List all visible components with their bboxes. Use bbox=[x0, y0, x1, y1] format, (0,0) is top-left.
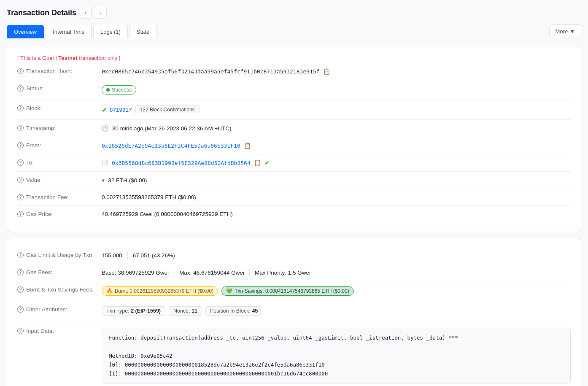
value-value: ♦ 32 ETH ($0.00) bbox=[102, 177, 571, 184]
tx-fee-label: ? Transaction Fee: bbox=[17, 194, 102, 200]
tabs-left: Overview Internal Txns Logs (1) State bbox=[7, 25, 156, 38]
tx-hash-value: 0xed0865c746c354935af56f32143daa99a5ef45… bbox=[102, 68, 571, 75]
verified-icon: ✔ bbox=[264, 159, 270, 166]
burnt-value: 🔥 Burnt: 0.002612959093265379 ETH ($0.00… bbox=[102, 286, 571, 296]
input-data-label: ? Input Data: bbox=[17, 326, 102, 334]
other-attr-label: ? Other Attributes: bbox=[17, 306, 102, 313]
chevron-down-icon: ▼ bbox=[569, 28, 575, 35]
help-icon-timestamp[interactable]: ? bbox=[17, 125, 24, 131]
tab-internal-txns[interactable]: Internal Txns bbox=[46, 25, 92, 38]
savings-badge: 💚 Txn Savings: 0.000416147546793865 ETH … bbox=[221, 286, 354, 296]
tab-state[interactable]: State bbox=[129, 25, 156, 38]
help-icon-input-data[interactable]: ? bbox=[17, 328, 24, 334]
help-icon-gas-price[interactable]: ? bbox=[17, 211, 24, 217]
help-icon-to[interactable]: ? bbox=[17, 159, 24, 166]
block-value: ✔ 8719817 122 Block Confirmations bbox=[102, 105, 571, 114]
fire-icon: 🔥 bbox=[106, 288, 113, 294]
value-row: ? Value: ♦ 32 ETH ($0.00) bbox=[17, 172, 571, 189]
to-row: ? To: 📄 0x3D5568dBc683B199Bef5E329Ae88d5… bbox=[17, 154, 571, 172]
gas-price-value: 40.469725929 Gwei (0.000000040469725929 … bbox=[102, 211, 571, 217]
from-address-link[interactable]: 0x18528dE7A2b94e13a6E2F2C4FE5Da6a86E331F… bbox=[102, 143, 240, 149]
confirmations-badge: 122 Block Confirmations bbox=[135, 105, 200, 114]
main-info-card: [ This is a Goerli Testnet transaction o… bbox=[7, 46, 581, 231]
savings-icon: 💚 bbox=[226, 288, 232, 294]
help-icon-burnt[interactable]: ? bbox=[17, 286, 24, 293]
page-title: Transaction Details bbox=[7, 8, 76, 17]
to-value: 📄 0x3D5568dBc683B199Bef5E329Ae88d52AfdDb… bbox=[102, 159, 571, 166]
help-icon-tx-fee[interactable]: ? bbox=[17, 194, 24, 200]
tx-hash-row: ? Transaction Hash: 0xed0865c746c354935a… bbox=[17, 63, 571, 80]
from-row: ? From: 0x18528dE7A2b94e13a6E2F2C4FE5Da6… bbox=[17, 137, 571, 154]
gas-fees-value: Base: 38.969725929 Gwei Max: 46.67615904… bbox=[102, 269, 571, 276]
status-badge: Success bbox=[102, 85, 136, 94]
help-icon-status[interactable]: ? bbox=[17, 85, 24, 92]
contract-icon: 📄 bbox=[102, 160, 108, 166]
gas-limit-value: 155,000 67,051 (43.26%) bbox=[102, 252, 571, 259]
nav-next-button[interactable]: › bbox=[95, 7, 107, 19]
gas-limit-row: ? Gas Limit & Usage by Txn: 155,000 67,0… bbox=[17, 247, 571, 264]
tx-hash-label: ? Transaction Hash: bbox=[17, 68, 102, 74]
separator bbox=[127, 252, 128, 259]
to-label: ? To: bbox=[17, 159, 102, 166]
value-label: ? Value: bbox=[17, 177, 102, 183]
txn-type-badge: Txn Type: 2 (EIP-1559) bbox=[102, 306, 165, 316]
tabs-bar: Overview Internal Txns Logs (1) State Mo… bbox=[7, 24, 581, 39]
help-icon-other-attr[interactable]: ? bbox=[17, 306, 24, 313]
gas-price-label: ? Gas Price: bbox=[17, 211, 102, 217]
nav-prev-button[interactable]: ‹ bbox=[80, 7, 92, 19]
other-attr-value: Txn Type: 2 (EIP-1559) Nonce: 11 Positio… bbox=[102, 306, 571, 316]
help-icon-value[interactable]: ? bbox=[17, 177, 24, 183]
status-row: ? Status: Success bbox=[17, 80, 571, 100]
gas-info-card: ? Gas Limit & Usage by Txn: 155,000 67,0… bbox=[7, 238, 581, 386]
copy-from-button[interactable]: 📋 bbox=[244, 142, 251, 149]
gas-fees-row: ? Gas Fees: Base: 38.969725929 Gwei Max:… bbox=[17, 264, 571, 281]
gas-limit-label: ? Gas Limit & Usage by Txn: bbox=[17, 252, 102, 258]
separator2 bbox=[174, 269, 174, 276]
help-icon-block[interactable]: ? bbox=[17, 105, 24, 111]
copy-to-button[interactable]: 📋 bbox=[254, 159, 261, 166]
check-icon: ✔ bbox=[102, 106, 107, 114]
input-data-value: Function: depositTransaction(address _to… bbox=[102, 326, 571, 383]
tab-overview[interactable]: Overview bbox=[7, 25, 44, 38]
timestamp-label: ? Timestamp: bbox=[17, 125, 102, 131]
nonce-badge: Nonce: 11 bbox=[169, 306, 202, 316]
other-attr-row: ? Other Attributes: Txn Type: 2 (EIP-155… bbox=[17, 301, 571, 321]
copy-tx-hash-button[interactable]: 📋 bbox=[323, 68, 330, 75]
burnt-label: ? Burnt & Txn Savings Fees: bbox=[17, 286, 102, 293]
help-icon-gas-fees[interactable]: ? bbox=[17, 269, 24, 275]
gas-price-row: ? Gas Price: 40.469725929 Gwei (0.000000… bbox=[17, 206, 571, 222]
timestamp-value: 🕐 30 mins ago (Mar-26-2023 06:22:36 AM +… bbox=[102, 125, 571, 132]
status-value: Success bbox=[102, 85, 571, 94]
to-address-link[interactable]: 0x3D5568dBc683B199Bef5E329Ae88d52AfdDb85… bbox=[112, 160, 251, 166]
separator3 bbox=[249, 269, 250, 276]
clock-icon: 🕐 bbox=[102, 125, 109, 132]
gas-fees-label: ? Gas Fees: bbox=[17, 269, 102, 275]
input-data-row: ? Input Data: Function: depositTransacti… bbox=[17, 321, 571, 386]
block-label: ? Block: bbox=[17, 105, 102, 111]
help-icon-tx-hash[interactable]: ? bbox=[17, 68, 24, 74]
burnt-badge: 🔥 Burnt: 0.002612959093265379 ETH ($0.00… bbox=[102, 286, 218, 296]
help-icon-gas-limit[interactable]: ? bbox=[17, 252, 24, 258]
burnt-row: ? Burnt & Txn Savings Fees: 🔥 Burnt: 0.0… bbox=[17, 281, 571, 301]
status-dot bbox=[106, 88, 110, 92]
block-number-link[interactable]: ✔ 8719817 bbox=[102, 106, 132, 114]
position-badge: Position In Block: 45 bbox=[205, 306, 262, 316]
tx-fee-value: 0.002713535593265379 ETH ($0.00) bbox=[102, 194, 571, 200]
more-button[interactable]: More ▼ bbox=[549, 24, 582, 38]
testnet-notice: [ This is a Goerli Testnet transaction o… bbox=[17, 55, 571, 61]
tab-logs[interactable]: Logs (1) bbox=[93, 25, 128, 38]
help-icon-from[interactable]: ? bbox=[17, 142, 24, 148]
eth-icon: ♦ bbox=[102, 177, 105, 184]
from-value: 0x18528dE7A2b94e13a6E2F2C4FE5Da6a86E331F… bbox=[102, 142, 571, 149]
block-row: ? Block: ✔ 8719817 122 Block Confirmatio… bbox=[17, 100, 571, 120]
timestamp-row: ? Timestamp: 🕐 30 mins ago (Mar-26-2023 … bbox=[17, 120, 571, 137]
input-data-box: Function: depositTransaction(address _to… bbox=[102, 328, 571, 383]
from-label: ? From: bbox=[17, 142, 102, 148]
status-label: ? Status: bbox=[17, 85, 102, 92]
tx-fee-row: ? Transaction Fee: 0.002713535593265379 … bbox=[17, 189, 571, 206]
